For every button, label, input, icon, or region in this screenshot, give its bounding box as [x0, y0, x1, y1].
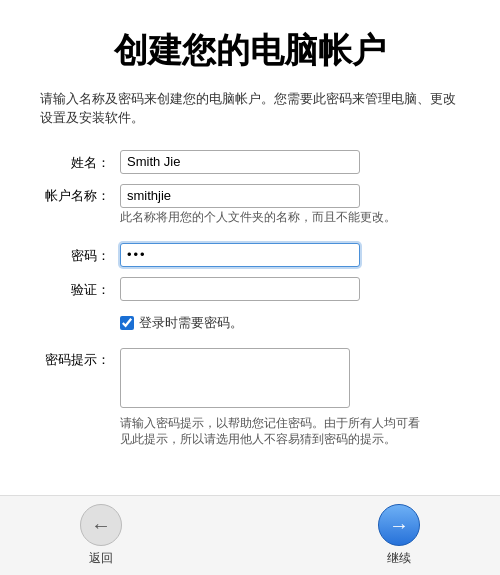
hint-label: 密码提示： — [40, 348, 120, 369]
page-title: 创建您的电脑帐户 — [40, 28, 460, 74]
account-input[interactable] — [120, 184, 360, 208]
password-input[interactable] — [120, 243, 360, 267]
account-hint: 此名称将用您的个人文件夹的名称，而且不能更改。 — [120, 210, 400, 225]
require-password-row: 登录时需要密码。 — [120, 315, 243, 332]
account-row: 帐户名称： 此名称将用您的个人文件夹的名称，而且不能更改。 — [40, 184, 460, 225]
verify-input[interactable] — [120, 277, 360, 301]
name-row: 姓名： — [40, 150, 460, 174]
account-label: 帐户名称： — [40, 184, 120, 205]
account-input-wrap: 此名称将用您的个人文件夹的名称，而且不能更改。 — [120, 184, 460, 225]
back-label: 返回 — [89, 550, 113, 567]
verify-label: 验证： — [40, 278, 120, 299]
continue-label: 继续 — [387, 550, 411, 567]
password-label: 密码： — [40, 244, 120, 265]
account-form: 姓名： 帐户名称： 此名称将用您的个人文件夹的名称，而且不能更改。 密码： 验证… — [40, 150, 460, 448]
name-label: 姓名： — [40, 151, 120, 172]
back-button[interactable]: ← 返回 — [80, 504, 122, 567]
verify-row: 验证： — [40, 277, 460, 301]
checkbox-spacer — [40, 323, 120, 326]
password-input-wrap — [120, 243, 460, 267]
continue-arrow-icon: → — [389, 514, 409, 537]
require-password-label[interactable]: 登录时需要密码。 — [139, 315, 243, 332]
verify-input-wrap — [120, 277, 460, 301]
footer: ← 返回 → 继续 — [0, 495, 500, 575]
name-input-wrap — [120, 150, 460, 174]
name-input[interactable] — [120, 150, 360, 174]
hint-row: 密码提示： 请输入密码提示，以帮助您记住密码。由于所有人均可看见此提示，所以请选… — [40, 348, 460, 448]
hint-description: 请输入密码提示，以帮助您记住密码。由于所有人均可看见此提示，所以请选用他人不容易… — [120, 415, 420, 448]
password-row: 密码： — [40, 243, 460, 267]
continue-button[interactable]: → 继续 — [378, 504, 420, 567]
back-arrow-icon: ← — [91, 514, 111, 537]
continue-circle: → — [378, 504, 420, 546]
hint-textarea[interactable] — [120, 348, 350, 408]
checkbox-row: 登录时需要密码。 — [40, 311, 460, 338]
hint-input-wrap: 请输入密码提示，以帮助您记住密码。由于所有人均可看见此提示，所以请选用他人不容易… — [120, 348, 460, 448]
back-circle: ← — [80, 504, 122, 546]
intro-text: 请输入名称及密码来创建您的电脑帐户。您需要此密码来管理电脑、更改设置及安装软件。 — [40, 90, 460, 128]
require-password-checkbox[interactable] — [120, 316, 134, 330]
